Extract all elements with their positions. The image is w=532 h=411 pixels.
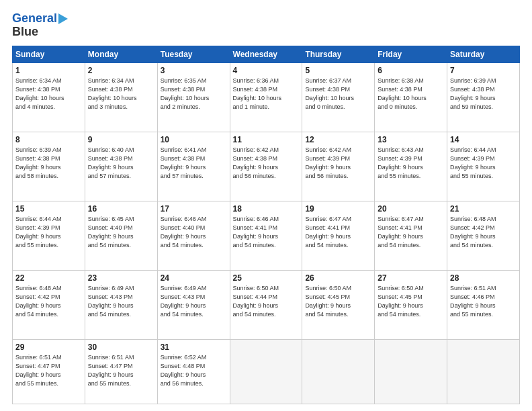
calendar-cell: 28Sunrise: 6:51 AM Sunset: 4:46 PM Dayli… (447, 271, 520, 340)
day-info: Sunrise: 6:39 AM Sunset: 4:38 PM Dayligh… (15, 146, 82, 181)
calendar-cell (375, 340, 447, 404)
calendar-cell: 30Sunrise: 6:51 AM Sunset: 4:47 PM Dayli… (85, 340, 157, 404)
day-number: 3 (161, 66, 227, 75)
day-info: Sunrise: 6:44 AM Sunset: 4:39 PM Dayligh… (450, 146, 517, 181)
logo-arrow-icon (58, 13, 68, 24)
day-info: Sunrise: 6:46 AM Sunset: 4:40 PM Dayligh… (161, 215, 227, 250)
day-info: Sunrise: 6:37 AM Sunset: 4:38 PM Dayligh… (305, 77, 371, 111)
day-info: Sunrise: 6:42 AM Sunset: 4:38 PM Dayligh… (233, 146, 300, 181)
day-number: 10 (161, 135, 227, 144)
day-number: 5 (305, 66, 371, 75)
day-number: 17 (161, 204, 227, 214)
calendar-cell: 24Sunrise: 6:49 AM Sunset: 4:43 PM Dayli… (157, 271, 230, 340)
day-number: 8 (15, 135, 82, 144)
calendar-cell: 31Sunrise: 6:52 AM Sunset: 4:48 PM Dayli… (157, 340, 230, 404)
day-number: 29 (15, 342, 82, 352)
day-info: Sunrise: 6:49 AM Sunset: 4:43 PM Dayligh… (161, 284, 227, 319)
calendar-header-saturday: Saturday (447, 46, 520, 62)
calendar-cell: 18Sunrise: 6:46 AM Sunset: 4:41 PM Dayli… (230, 201, 302, 270)
calendar-cell: 6Sunrise: 6:38 AM Sunset: 4:38 PM Daylig… (375, 62, 447, 132)
day-number: 9 (88, 135, 154, 144)
calendar-header-friday: Friday (375, 46, 447, 62)
day-number: 26 (305, 273, 371, 283)
day-number: 11 (233, 135, 300, 144)
calendar-row-1: 8Sunrise: 6:39 AM Sunset: 4:38 PM Daylig… (13, 132, 520, 201)
day-number: 14 (450, 135, 517, 144)
day-info: Sunrise: 6:34 AM Sunset: 4:38 PM Dayligh… (15, 77, 82, 111)
day-number: 4 (233, 66, 300, 75)
day-info: Sunrise: 6:50 AM Sunset: 4:45 PM Dayligh… (305, 284, 371, 319)
day-number: 25 (233, 273, 300, 283)
calendar-cell: 21Sunrise: 6:48 AM Sunset: 4:42 PM Dayli… (447, 201, 520, 270)
calendar-cell: 12Sunrise: 6:42 AM Sunset: 4:39 PM Dayli… (302, 132, 375, 201)
day-number: 22 (15, 273, 82, 283)
calendar-cell: 14Sunrise: 6:44 AM Sunset: 4:39 PM Dayli… (447, 132, 520, 201)
day-info: Sunrise: 6:43 AM Sunset: 4:39 PM Dayligh… (378, 146, 444, 181)
day-info: Sunrise: 6:40 AM Sunset: 4:38 PM Dayligh… (88, 146, 154, 181)
calendar-cell: 19Sunrise: 6:47 AM Sunset: 4:41 PM Dayli… (302, 201, 375, 270)
calendar-row-2: 15Sunrise: 6:44 AM Sunset: 4:39 PM Dayli… (13, 201, 520, 270)
day-number: 21 (450, 204, 517, 214)
day-number: 1 (15, 66, 82, 75)
day-info: Sunrise: 6:50 AM Sunset: 4:44 PM Dayligh… (233, 284, 300, 319)
calendar-header-wednesday: Wednesday (230, 46, 302, 62)
calendar-cell: 9Sunrise: 6:40 AM Sunset: 4:38 PM Daylig… (85, 132, 157, 201)
calendar-header-row: SundayMondayTuesdayWednesdayThursdayFrid… (13, 46, 520, 62)
calendar-table: SundayMondayTuesdayWednesdayThursdayFrid… (12, 46, 520, 404)
calendar-header-monday: Monday (85, 46, 157, 62)
calendar-cell: 22Sunrise: 6:48 AM Sunset: 4:42 PM Dayli… (13, 271, 85, 340)
logo-text-general: General (12, 12, 57, 26)
logo-line1: General (12, 12, 68, 26)
day-number: 20 (378, 204, 444, 214)
day-number: 7 (450, 66, 517, 75)
day-info: Sunrise: 6:44 AM Sunset: 4:39 PM Dayligh… (15, 215, 82, 250)
day-info: Sunrise: 6:51 AM Sunset: 4:47 PM Dayligh… (15, 353, 82, 388)
calendar-cell (230, 340, 302, 404)
day-info: Sunrise: 6:34 AM Sunset: 4:38 PM Dayligh… (88, 77, 154, 111)
day-number: 15 (15, 204, 82, 214)
calendar-cell (302, 340, 375, 404)
calendar-cell: 25Sunrise: 6:50 AM Sunset: 4:44 PM Dayli… (230, 271, 302, 340)
day-number: 24 (161, 273, 227, 283)
calendar-header-sunday: Sunday (13, 46, 85, 62)
day-info: Sunrise: 6:47 AM Sunset: 4:41 PM Dayligh… (378, 215, 444, 250)
day-number: 6 (378, 66, 444, 75)
day-info: Sunrise: 6:39 AM Sunset: 4:38 PM Dayligh… (450, 77, 517, 111)
calendar-cell: 29Sunrise: 6:51 AM Sunset: 4:47 PM Dayli… (13, 340, 85, 404)
calendar-cell: 8Sunrise: 6:39 AM Sunset: 4:38 PM Daylig… (13, 132, 85, 201)
calendar-row-4: 29Sunrise: 6:51 AM Sunset: 4:47 PM Dayli… (13, 340, 520, 404)
calendar-cell: 20Sunrise: 6:47 AM Sunset: 4:41 PM Dayli… (375, 201, 447, 270)
calendar-cell: 16Sunrise: 6:45 AM Sunset: 4:40 PM Dayli… (85, 201, 157, 270)
header: General Blue (12, 12, 520, 39)
calendar-header-tuesday: Tuesday (157, 46, 230, 62)
logo: General Blue (12, 12, 68, 39)
calendar-cell: 1Sunrise: 6:34 AM Sunset: 4:38 PM Daylig… (13, 62, 85, 132)
day-info: Sunrise: 6:47 AM Sunset: 4:41 PM Dayligh… (305, 215, 371, 250)
day-number: 30 (88, 342, 154, 352)
calendar-cell: 26Sunrise: 6:50 AM Sunset: 4:45 PM Dayli… (302, 271, 375, 340)
day-number: 2 (88, 66, 154, 75)
day-info: Sunrise: 6:50 AM Sunset: 4:45 PM Dayligh… (378, 284, 444, 319)
day-info: Sunrise: 6:45 AM Sunset: 4:40 PM Dayligh… (88, 215, 154, 250)
calendar-cell: 23Sunrise: 6:49 AM Sunset: 4:43 PM Dayli… (85, 271, 157, 340)
day-info: Sunrise: 6:51 AM Sunset: 4:47 PM Dayligh… (88, 353, 154, 388)
day-info: Sunrise: 6:41 AM Sunset: 4:38 PM Dayligh… (161, 146, 227, 181)
day-info: Sunrise: 6:35 AM Sunset: 4:38 PM Dayligh… (161, 77, 227, 111)
logo-line2: Blue (12, 26, 38, 39)
page: General Blue SundayMondayTuesdayWednesda… (0, 0, 532, 411)
day-info: Sunrise: 6:51 AM Sunset: 4:46 PM Dayligh… (450, 284, 517, 319)
day-number: 18 (233, 204, 300, 214)
day-number: 23 (88, 273, 154, 283)
calendar-cell: 15Sunrise: 6:44 AM Sunset: 4:39 PM Dayli… (13, 201, 85, 270)
calendar-cell: 2Sunrise: 6:34 AM Sunset: 4:38 PM Daylig… (85, 62, 157, 132)
day-number: 16 (88, 204, 154, 214)
day-info: Sunrise: 6:38 AM Sunset: 4:38 PM Dayligh… (378, 77, 444, 111)
calendar-cell: 10Sunrise: 6:41 AM Sunset: 4:38 PM Dayli… (157, 132, 230, 201)
calendar-cell: 13Sunrise: 6:43 AM Sunset: 4:39 PM Dayli… (375, 132, 447, 201)
day-info: Sunrise: 6:48 AM Sunset: 4:42 PM Dayligh… (15, 284, 82, 319)
day-info: Sunrise: 6:52 AM Sunset: 4:48 PM Dayligh… (161, 353, 227, 388)
calendar-cell (447, 340, 520, 404)
calendar-cell: 27Sunrise: 6:50 AM Sunset: 4:45 PM Dayli… (375, 271, 447, 340)
calendar-cell: 4Sunrise: 6:36 AM Sunset: 4:38 PM Daylig… (230, 62, 302, 132)
calendar-header-thursday: Thursday (302, 46, 375, 62)
